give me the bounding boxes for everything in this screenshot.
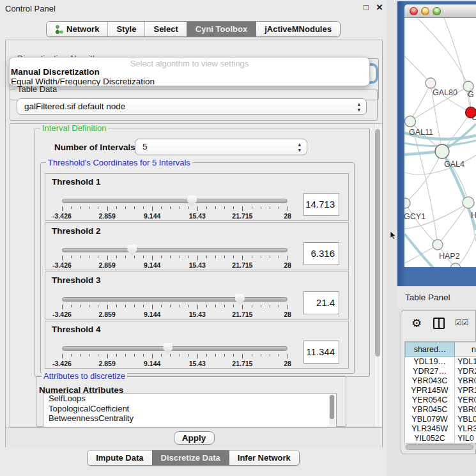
thresholds-group-title: Threshold's Coordinates for 5 Intervals: [46, 158, 192, 167]
slider-thumb[interactable]: [235, 294, 245, 305]
threshold-slider[interactable]: [62, 297, 288, 302]
table-row[interactable]: YBR045CYBR0: [405, 405, 476, 415]
column-header-shared[interactable]: shared…: [405, 342, 455, 357]
attribute-list-item[interactable]: SelfLoops: [43, 394, 336, 404]
tick-mark: [224, 206, 225, 209]
table-cell-name: YDL1: [455, 357, 476, 367]
tab-jactivemnodules[interactable]: jActiveMNodules: [256, 22, 340, 36]
tick-label: 15.43: [189, 360, 206, 367]
close-window-button[interactable]: ✕: [375, 3, 384, 12]
threshold-value-field[interactable]: 14.713: [303, 193, 339, 216]
thresholds-container: Threshold 1-3.4262.8599.14415.4321.71528…: [45, 173, 350, 370]
table-data-combobox[interactable]: galFiltered.sif default node ▲▼: [17, 98, 367, 115]
vertical-scrollbar[interactable]: [374, 124, 381, 427]
horizontal-scrollbar-thumb[interactable]: [406, 444, 473, 450]
table-cell-name: YDR2: [455, 367, 476, 376]
tab-label: Select: [153, 22, 178, 36]
slider-thumb[interactable]: [187, 196, 197, 206]
list-scrollbar-thumb[interactable]: [330, 395, 334, 419]
tick-mark: [197, 206, 198, 211]
table-row[interactable]: YLR345WYLR3: [405, 424, 476, 434]
threshold-label: Threshold 1: [52, 177, 101, 187]
select-columns-icon[interactable]: ☑☑: [455, 318, 469, 327]
network-canvas[interactable]: GAL80GCGAL11GAL4GCY1HHAP2: [404, 18, 476, 267]
table-cell-shared-name: YDR27…: [405, 367, 455, 376]
threshold-panel: Threshold 4-3.4262.8599.14415.4321.71528…: [45, 321, 349, 369]
float-window-button[interactable]: □: [362, 3, 371, 12]
tick-mark: [98, 305, 98, 307]
column-header-name[interactable]: n: [455, 342, 476, 357]
table-row[interactable]: YPR145WYPR1: [405, 386, 476, 395]
network-window-titlebar[interactable]: [404, 4, 476, 18]
number-of-intervals-combobox[interactable]: 5 ▲▼: [135, 139, 307, 155]
table-row[interactable]: YDR27…YDR2: [405, 367, 476, 376]
minimize-traffic-light-icon[interactable]: [421, 7, 429, 15]
table-panel-title: Table Panel: [405, 293, 450, 302]
tab-label: Style: [116, 22, 136, 36]
list-scrollbar[interactable]: [329, 395, 335, 426]
tab-impute-data[interactable]: Impute Data: [88, 450, 151, 465]
tick-mark: [107, 305, 108, 309]
popup-option-manual-discretization[interactable]: Manual Discretization: [11, 67, 370, 77]
tab-label: Cyni Toolbox: [196, 22, 247, 36]
attribute-list-item[interactable]: TopologicalCoefficient: [43, 404, 336, 414]
table-row[interactable]: YER054CYER0: [405, 395, 476, 405]
tick-mark: [116, 354, 117, 357]
tick-mark: [279, 256, 279, 258]
slider-thumb[interactable]: [127, 245, 137, 256]
tab-discretize-data[interactable]: Discretize Data: [152, 450, 229, 465]
tick-mark: [161, 305, 162, 307]
threshold-value-field[interactable]: 11.344: [303, 341, 339, 364]
tick-mark: [125, 305, 126, 307]
table-row[interactable]: YIL052CYIL0: [405, 434, 476, 443]
mouse-cursor: [390, 231, 396, 240]
attribute-list-item[interactable]: BetweennessCentrality: [43, 413, 336, 424]
tab-select[interactable]: Select: [144, 22, 186, 36]
slider-tick-labels: -3.4262.8599.14415.4321.71528: [62, 261, 288, 269]
network-node[interactable]: [463, 197, 474, 208]
close-traffic-light-icon[interactable]: [410, 7, 418, 15]
table-row[interactable]: YBR043CYBR0: [405, 376, 476, 386]
stepper-icon: ▲▼: [357, 101, 360, 112]
threshold-panel: Threshold 1-3.4262.8599.14415.4321.71528…: [45, 173, 349, 221]
tab-infer-network[interactable]: Infer Network: [229, 450, 299, 465]
table-panel-bar: Table Panel: [397, 286, 476, 309]
tab-network[interactable]: Network: [47, 22, 107, 36]
network-node[interactable]: [426, 78, 436, 88]
horizontal-scrollbar[interactable]: [404, 443, 476, 450]
tick-label: 15.43: [189, 311, 206, 318]
gear-icon[interactable]: ⚙: [411, 316, 422, 330]
tick-mark: [270, 354, 270, 357]
vertical-scrollbar-thumb[interactable]: [375, 129, 380, 357]
tick-label: 21.715: [232, 311, 252, 318]
tick-mark: [107, 256, 108, 260]
threshold-value-field[interactable]: 6.316: [303, 242, 339, 265]
threshold-value-field[interactable]: 21.4: [303, 291, 339, 314]
network-node[interactable]: [433, 240, 443, 250]
numerical-attributes-list[interactable]: SelfLoopsTopologicalCoefficientBetweenne…: [43, 393, 337, 427]
threshold-slider[interactable]: [62, 248, 288, 252]
popup-option-equal-width-frequency-discretization[interactable]: Equal Width/Frequency Discretization: [11, 77, 370, 86]
slider-thumb[interactable]: [163, 343, 173, 354]
apply-button[interactable]: Apply: [174, 431, 215, 445]
network-window: GAL80GCGAL11GAL4GCY1HHAP2: [397, 1, 476, 286]
tick-mark: [116, 256, 117, 258]
threshold-slider[interactable]: [62, 199, 288, 203]
split-columns-icon[interactable]: [433, 318, 445, 329]
network-node[interactable]: [435, 144, 449, 158]
tab-style[interactable]: Style: [107, 22, 144, 36]
network-node[interactable]: [405, 116, 416, 127]
tick-mark: [288, 206, 288, 211]
tick-mark: [98, 206, 98, 209]
table-row[interactable]: YBL079WYBL0: [405, 415, 476, 424]
tick-mark: [80, 354, 81, 357]
top-tab-bar: NetworkStyleSelectCyni ToolboxjActiveMNo…: [0, 21, 387, 37]
tick-mark: [215, 305, 216, 307]
table-row[interactable]: YDL19…YDL1: [405, 357, 476, 367]
threshold-slider[interactable]: [62, 346, 288, 351]
tab-cyni-toolbox[interactable]: Cyni Toolbox: [187, 22, 256, 36]
stepper-icon: ▲▼: [298, 141, 301, 153]
zoom-traffic-light-icon[interactable]: [433, 7, 441, 15]
tick-mark: [206, 206, 207, 209]
tick-mark: [206, 256, 207, 258]
